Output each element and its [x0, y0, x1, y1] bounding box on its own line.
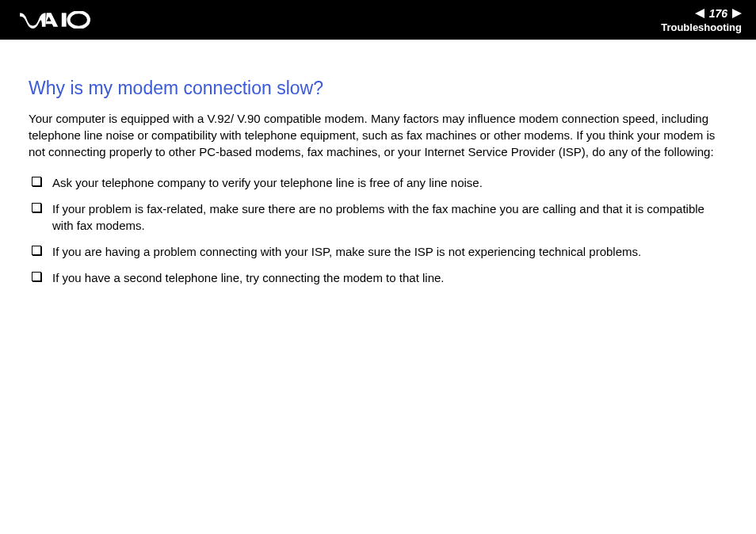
- page-number: 176: [709, 7, 727, 20]
- page-title: Why is my modem connection slow?: [29, 78, 727, 99]
- header-right: 176 Troubleshooting: [661, 7, 742, 33]
- checkbox-bullet-icon: [32, 203, 41, 212]
- bullet-text: Ask your telephone company to verify you…: [52, 174, 727, 191]
- list-item: If you have a second telephone line, try…: [29, 269, 727, 286]
- content-area: Why is my modem connection slow? Your co…: [0, 40, 756, 286]
- intro-paragraph: Your computer is equipped with a V.92/ V…: [29, 110, 727, 160]
- section-label: Troubleshooting: [661, 21, 742, 33]
- vaio-logo: [19, 11, 101, 29]
- svg-rect-0: [62, 13, 67, 26]
- checkbox-bullet-icon: [32, 177, 41, 186]
- bullet-list: Ask your telephone company to verify you…: [29, 174, 727, 286]
- list-item: If your problem is fax-related, make sur…: [29, 200, 727, 234]
- header-bar: 176 Troubleshooting: [0, 0, 756, 40]
- vaio-logo-svg: [19, 11, 101, 29]
- list-item: If you are having a problem connecting w…: [29, 243, 727, 260]
- checkbox-bullet-icon: [32, 246, 41, 255]
- next-page-arrow-icon[interactable]: [732, 9, 742, 18]
- page-nav: 176: [695, 7, 742, 20]
- prev-page-arrow-icon[interactable]: [695, 9, 704, 18]
- bullet-text: If you are having a problem connecting w…: [52, 243, 727, 260]
- checkbox-bullet-icon: [32, 272, 41, 281]
- bullet-text: If your problem is fax-related, make sur…: [52, 200, 727, 234]
- list-item: Ask your telephone company to verify you…: [29, 174, 727, 191]
- bullet-text: If you have a second telephone line, try…: [52, 269, 727, 286]
- svg-point-1: [69, 12, 89, 28]
